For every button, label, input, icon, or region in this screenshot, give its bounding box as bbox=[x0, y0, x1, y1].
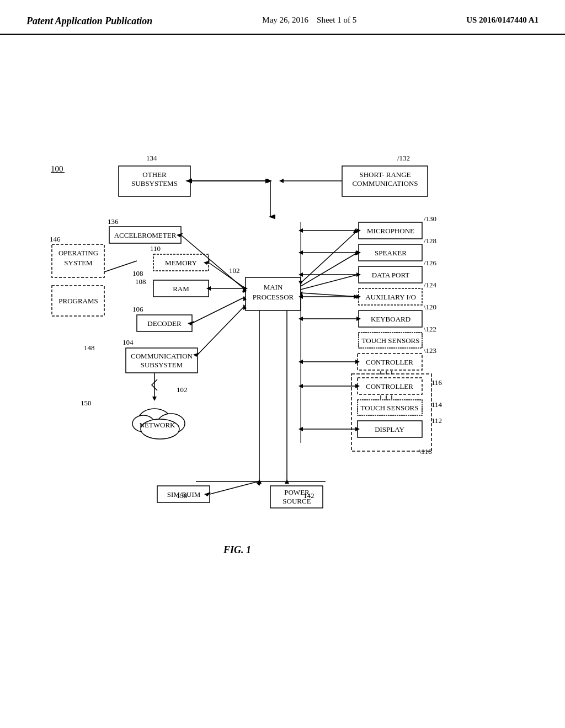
svg-line-63 bbox=[301, 293, 358, 297]
svg-text:SIM/RUIM: SIM/RUIM bbox=[167, 490, 201, 499]
svg-text:CONTROLLER: CONTROLLER bbox=[366, 382, 413, 390]
svg-text:/128: /128 bbox=[424, 237, 436, 245]
svg-marker-122 bbox=[193, 352, 200, 357]
svg-text:COMMUNICATIONS: COMMUNICATIONS bbox=[352, 179, 418, 188]
svg-marker-14 bbox=[267, 179, 271, 183]
svg-text:MAIN: MAIN bbox=[264, 283, 283, 291]
svg-text:112: 112 bbox=[431, 416, 442, 425]
svg-text:104: 104 bbox=[122, 338, 134, 346]
svg-text:SUBSYSTEM: SUBSYSTEM bbox=[141, 361, 183, 369]
svg-line-120 bbox=[198, 305, 246, 355]
svg-text:150: 150 bbox=[81, 399, 92, 407]
svg-text:114: 114 bbox=[431, 400, 443, 409]
svg-text:MICROPHONE: MICROPHONE bbox=[367, 227, 414, 235]
svg-text:116: 116 bbox=[431, 378, 443, 387]
svg-text:134: 134 bbox=[146, 154, 157, 162]
svg-text:146: 146 bbox=[50, 235, 61, 243]
svg-text:\122: \122 bbox=[424, 325, 436, 333]
svg-text:MEMORY: MEMORY bbox=[165, 259, 197, 267]
svg-text:\120: \120 bbox=[424, 303, 436, 311]
diagram-area: 100 134 OTHER SUBSYSTEMS /132 SHORT- RAN… bbox=[0, 35, 565, 669]
svg-text:KEYBOARD: KEYBOARD bbox=[371, 315, 411, 323]
header-patent-number: US 2016/0147440 A1 bbox=[466, 15, 539, 25]
page-header: Patent Application Publication May 26, 2… bbox=[0, 0, 565, 35]
svg-text:SPEAKER: SPEAKER bbox=[375, 249, 407, 257]
svg-text:DATA PORT: DATA PORT bbox=[372, 271, 410, 279]
svg-text:102: 102 bbox=[177, 386, 188, 394]
header-publication: Patent Application Publication bbox=[26, 15, 152, 27]
svg-text:CONTROLLER: CONTROLLER bbox=[366, 358, 413, 366]
svg-text:DECODER: DECODER bbox=[147, 319, 182, 328]
svg-marker-12 bbox=[279, 179, 284, 183]
svg-marker-115 bbox=[188, 321, 194, 325]
svg-text:108: 108 bbox=[132, 269, 143, 277]
header-date-sheet: May 26, 2016 Sheet 1 of 5 bbox=[262, 15, 356, 25]
svg-text:/130: /130 bbox=[424, 215, 436, 223]
svg-text:110: 110 bbox=[150, 244, 161, 253]
svg-text:TOUCH SENSORS: TOUCH SENSORS bbox=[362, 336, 420, 345]
svg-text:PROCESSOR: PROCESSOR bbox=[253, 293, 294, 301]
svg-text:108: 108 bbox=[135, 277, 146, 286]
svg-text:/124: /124 bbox=[424, 281, 437, 289]
svg-line-62 bbox=[301, 275, 358, 290]
svg-text:OPERATING: OPERATING bbox=[58, 249, 98, 257]
svg-text:\118: \118 bbox=[419, 447, 432, 456]
svg-text:COMMUNICATION: COMMUNICATION bbox=[131, 352, 193, 360]
svg-text:/132: /132 bbox=[397, 154, 410, 162]
svg-line-149 bbox=[210, 481, 258, 494]
svg-text:TOUCH SENSORS: TOUCH SENSORS bbox=[361, 404, 419, 412]
svg-text:136: 136 bbox=[108, 217, 119, 226]
svg-text:\123: \123 bbox=[424, 346, 436, 355]
svg-text:RAM: RAM bbox=[173, 285, 189, 293]
patent-diagram-svg: 100 134 OTHER SUBSYSTEMS /132 SHORT- RAN… bbox=[0, 35, 565, 669]
svg-text:SHORT- RANGE: SHORT- RANGE bbox=[360, 170, 411, 179]
svg-text:PROGRAMS: PROGRAMS bbox=[58, 297, 98, 305]
svg-line-60 bbox=[301, 253, 358, 286]
svg-text:SOURCE: SOURCE bbox=[282, 497, 311, 505]
svg-text:AUXILIARY I/O: AUXILIARY I/O bbox=[365, 293, 416, 301]
svg-text:106: 106 bbox=[132, 305, 143, 313]
svg-text:/126: /126 bbox=[424, 259, 437, 267]
svg-text:ACCELEROMETER: ACCELEROMETER bbox=[114, 231, 177, 239]
svg-line-113 bbox=[192, 297, 246, 323]
svg-text:OTHER: OTHER bbox=[142, 170, 167, 179]
svg-text:148: 148 bbox=[84, 344, 95, 352]
svg-text:NETWORK: NETWORK bbox=[140, 421, 176, 429]
svg-marker-140 bbox=[152, 397, 157, 401]
svg-text:FIG. 1: FIG. 1 bbox=[223, 544, 251, 555]
svg-text:SUBSYSTEMS: SUBSYSTEMS bbox=[131, 179, 178, 188]
svg-text:102: 102 bbox=[229, 266, 240, 275]
svg-text:POWER: POWER bbox=[284, 488, 310, 496]
svg-text:DISPLAY: DISPLAY bbox=[375, 425, 404, 433]
svg-line-100 bbox=[209, 263, 246, 288]
svg-text:SYSTEM: SYSTEM bbox=[64, 259, 93, 267]
svg-text:100: 100 bbox=[51, 164, 63, 173]
